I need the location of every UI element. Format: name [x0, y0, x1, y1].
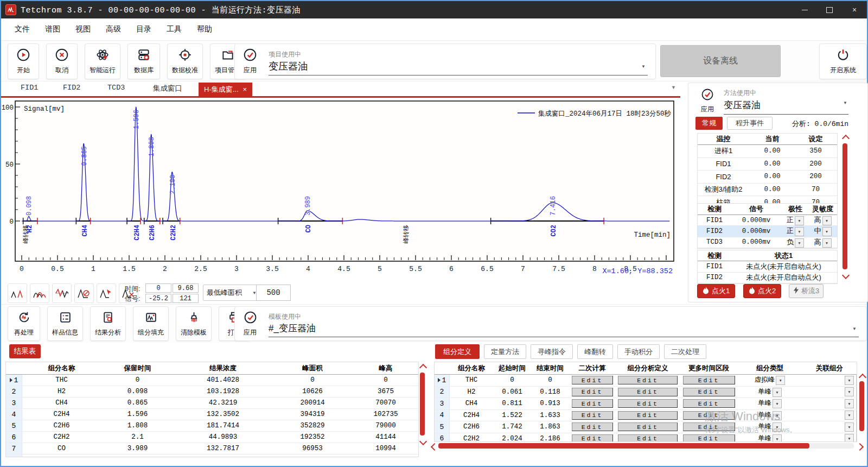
- related-component-dropdown[interactable]: ▼: [845, 376, 854, 385]
- results-row[interactable]: 2H20.098103.1928106263675: [6, 386, 418, 397]
- polarity-dropdown[interactable]: ▼: [795, 227, 804, 236]
- more-time-ranges-edit-button[interactable]: Edit: [683, 411, 735, 420]
- secondary-calc-edit-button[interactable]: Edit: [572, 422, 613, 431]
- apply-template-button[interactable]: 应用: [235, 308, 265, 339]
- sensitivity-dropdown[interactable]: ▼: [822, 216, 832, 225]
- temp-table-row[interactable]: FID20.00200: [698, 171, 837, 184]
- chevron-down-icon[interactable]: ▼: [641, 64, 646, 69]
- chevron-down-icon[interactable]: ▼: [843, 100, 847, 105]
- min-peak-area-select[interactable]: 最低峰面积 ▼: [203, 285, 260, 301]
- menu-file[interactable]: 文件: [8, 22, 37, 36]
- component-type-dropdown[interactable]: ▼: [773, 411, 782, 420]
- tab-quantitation-method[interactable]: 定量方法: [484, 344, 526, 359]
- sample-info-button[interactable]: 样品信息: [47, 306, 83, 341]
- defs-scroll-up-icon[interactable]: [859, 374, 866, 381]
- ignite2-button[interactable]: 点火2: [743, 284, 781, 298]
- related-component-dropdown[interactable]: ▼: [845, 422, 854, 432]
- temp-table-row[interactable]: 进样10.00350: [698, 145, 837, 158]
- sensitivity-dropdown[interactable]: ▼: [822, 227, 832, 236]
- defs-scroll-left-icon[interactable]: [431, 443, 438, 451]
- polarity-dropdown[interactable]: ▼: [795, 238, 804, 248]
- component-analysis-edit-button[interactable]: Edit: [618, 422, 678, 431]
- time-to-field[interactable]: 9.68: [173, 283, 199, 293]
- clear-template-button[interactable]: 清除模板: [176, 306, 212, 341]
- more-time-ranges-edit-button[interactable]: Edit: [683, 376, 735, 384]
- related-component-dropdown[interactable]: ▼: [845, 399, 854, 408]
- secondary-calc-edit-button[interactable]: Edit: [572, 411, 613, 420]
- secondary-calc-edit-button[interactable]: Edit: [572, 434, 613, 442]
- reprocess-button[interactable]: 再处理: [8, 306, 40, 341]
- tab-peak-search[interactable]: 寻峰指令: [531, 344, 573, 359]
- merge-peaks-icon[interactable]: [30, 283, 49, 303]
- time-from-field[interactable]: 0: [145, 283, 171, 293]
- tab-integration-window[interactable]: 集成窗口: [153, 84, 182, 93]
- secondary-calc-edit-button[interactable]: Edit: [572, 388, 613, 396]
- tab-fid1[interactable]: FID1: [21, 84, 38, 92]
- related-component-dropdown[interactable]: ▼: [845, 411, 854, 420]
- detector-table-row[interactable]: FID10.000mv正▼高▼: [698, 215, 837, 226]
- results-scrollbar[interactable]: [420, 373, 425, 436]
- panel-scrollbar[interactable]: [843, 143, 847, 269]
- results-scroll-down-icon[interactable]: [419, 438, 427, 445]
- related-component-dropdown[interactable]: ▼: [845, 434, 854, 442]
- tab-tcd3[interactable]: TCD3: [107, 84, 125, 92]
- detector-table-row[interactable]: FID20.000mv正▼中▼: [698, 226, 837, 237]
- template-select[interactable]: 模板使用中 #_变压器油 ▼: [269, 312, 859, 337]
- apply-project-button[interactable]: 应用: [235, 46, 265, 77]
- results-row[interactable]: 7CO3.989132.78179695310994: [6, 443, 418, 455]
- device-offline-button[interactable]: 设备离线: [660, 45, 781, 77]
- apply-method-button[interactable]: 应用: [694, 87, 720, 115]
- close-tab-icon[interactable]: ×: [243, 85, 247, 93]
- more-time-ranges-edit-button[interactable]: Edit: [683, 388, 735, 396]
- component-fill-button[interactable]: 组分填充: [133, 306, 169, 341]
- component-type-dropdown[interactable]: ▼: [776, 376, 785, 385]
- sensitivity-dropdown[interactable]: ▼: [822, 238, 832, 248]
- tab-manual-integration[interactable]: 手动积分: [617, 344, 660, 359]
- results-row-partial[interactable]: 8: [6, 455, 418, 457]
- defs-row[interactable]: 6C2H22.0242.186EditEditEdit单峰▼▼: [435, 433, 857, 443]
- more-time-ranges-edit-button[interactable]: Edit: [683, 434, 735, 442]
- component-type-dropdown[interactable]: ▼: [773, 434, 782, 442]
- results-row[interactable]: 3CH40.86542.321920091470070: [6, 397, 418, 409]
- tab-h-integration-active[interactable]: H-集成窗... ×: [199, 83, 252, 96]
- component-analysis-edit-button[interactable]: Edit: [618, 411, 678, 420]
- tab-fid2[interactable]: FID2: [63, 84, 80, 92]
- menu-advanced[interactable]: 高级: [99, 22, 128, 36]
- start-button[interactable]: 开始: [8, 43, 39, 79]
- detector-table-row[interactable]: TCD30.000mv负▼高▼: [698, 237, 837, 248]
- results-scroll-up-icon[interactable]: [419, 364, 427, 371]
- tabbar-chevron-down-icon[interactable]: ▼: [671, 85, 676, 90]
- pick-peak-icon[interactable]: [97, 283, 116, 303]
- ignite1-button[interactable]: 点火1: [697, 284, 735, 298]
- status-table-row[interactable]: FID1未点火(未开启自动点火): [698, 261, 837, 273]
- signal-to-field[interactable]: 121: [173, 294, 199, 303]
- tab-peak-flip[interactable]: 峰翻转: [577, 344, 613, 359]
- cancel-button[interactable]: 取消: [46, 43, 78, 79]
- defs-row[interactable]: 5C2H61.7421.863EditEditEdit单峰▼▼: [435, 421, 857, 433]
- method-select[interactable]: 方法使用中 变压器油 ▼: [724, 89, 848, 115]
- results-table-button[interactable]: 结果表: [9, 344, 41, 358]
- split-peaks-icon[interactable]: [8, 283, 27, 303]
- database-button[interactable]: 数据库: [127, 43, 160, 79]
- defs-row[interactable]: 2H20.0610.118EditEditEdit单峰▼▼: [435, 387, 857, 399]
- min-peak-area-value-field[interactable]: 500: [256, 285, 291, 301]
- signal-from-field[interactable]: -25.2: [145, 294, 171, 303]
- close-button[interactable]: ×: [842, 1, 867, 18]
- smart-run-button[interactable]: 智能运行: [85, 43, 120, 79]
- tab-component-definition[interactable]: 组分定义: [435, 344, 480, 359]
- results-row[interactable]: 1THC0401.402800: [6, 375, 418, 386]
- component-type-dropdown[interactable]: ▼: [773, 422, 782, 432]
- defs-row[interactable]: 1THC00EditEditEdit虚拟峰▼▼: [435, 375, 857, 387]
- defs-hscroll-track[interactable]: [438, 443, 854, 449]
- defs-row[interactable]: 4C2H41.5221.633EditEditEdit单峰▼▼: [435, 410, 857, 422]
- component-type-dropdown[interactable]: ▼: [773, 388, 782, 397]
- menu-view[interactable]: 视图: [68, 22, 98, 36]
- more-time-ranges-edit-button[interactable]: Edit: [683, 422, 735, 431]
- tab-temp-program-events[interactable]: 程升事件: [727, 117, 773, 130]
- component-analysis-edit-button[interactable]: Edit: [618, 434, 678, 442]
- tab-general[interactable]: 常规: [695, 117, 723, 130]
- secondary-calc-edit-button[interactable]: Edit: [572, 399, 613, 408]
- results-row[interactable]: 6C2H22.144.989319235241144: [6, 432, 418, 443]
- defs-row[interactable]: 3CH40.8110.913EditEditEdit单峰▼▼: [435, 398, 857, 410]
- component-analysis-edit-button[interactable]: Edit: [618, 388, 678, 396]
